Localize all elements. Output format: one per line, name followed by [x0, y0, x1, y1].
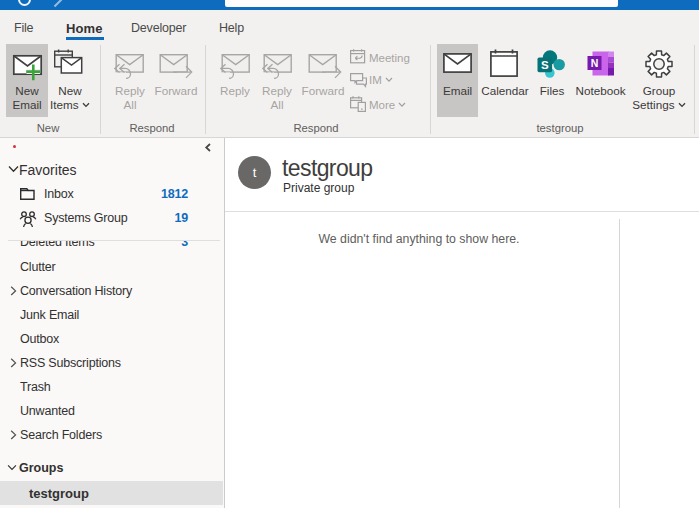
svg-text:S: S	[541, 59, 549, 71]
svg-text:N: N	[591, 57, 599, 69]
